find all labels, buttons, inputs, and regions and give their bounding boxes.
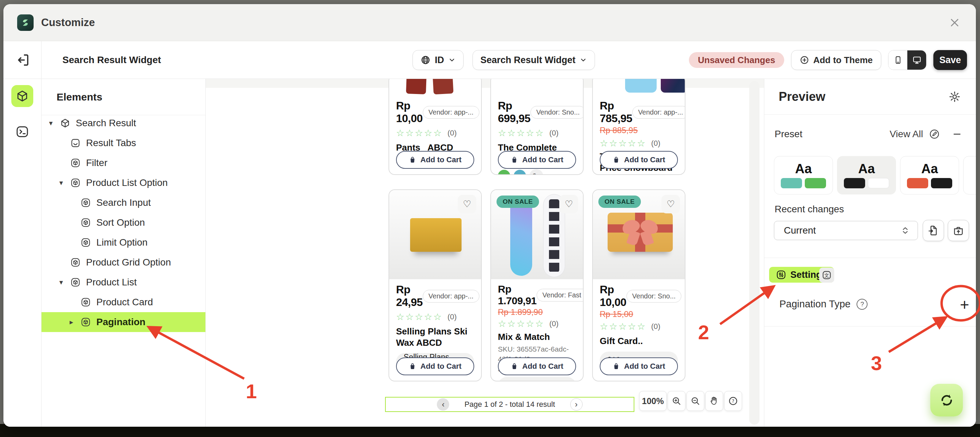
product-image <box>491 79 583 96</box>
tree-item-product-card[interactable]: Product Card <box>41 292 205 312</box>
preset-card[interactable]: Aa <box>774 156 833 195</box>
collapse-minus-icon[interactable] <box>952 129 962 139</box>
product-card[interactable]: ♡ Rp 24,95 Vendor: app-... ☆☆☆☆☆(0) Sell… <box>388 189 482 381</box>
tree-label: Product List Option <box>86 177 168 188</box>
help-icon[interactable]: ? <box>857 299 867 310</box>
vendor-badge: Vendor: Sno... <box>627 290 682 303</box>
canvas-help-button[interactable] <box>724 391 742 411</box>
tree-item-limit-option[interactable]: Limit Option <box>41 233 205 252</box>
zoom-out-button[interactable] <box>686 391 704 411</box>
swatch-blue[interactable] <box>514 170 526 175</box>
sync-refresh-button[interactable] <box>930 384 963 416</box>
bag-icon <box>511 362 518 370</box>
product-card[interactable]: ON SALE ♡ Rp 1.709,91 Vendor: Fast ... R… <box>490 189 584 381</box>
widget-header: Search Result Widget ID Search Result Wi… <box>3 41 976 79</box>
caret-down-icon[interactable]: ▾ <box>59 179 70 187</box>
import-changes-button[interactable] <box>923 220 944 241</box>
product-price: Rp 699,95 <box>498 99 530 125</box>
rail-tab-code[interactable] <box>11 121 33 143</box>
star-rating-icons: ☆☆☆☆☆ <box>600 321 646 332</box>
variant-select[interactable]: Medium <box>498 377 576 381</box>
add-to-cart-button[interactable]: Add to Cart <box>600 357 678 375</box>
tab-translations[interactable] <box>819 268 834 283</box>
caret-down-icon[interactable]: ▾ <box>49 119 60 127</box>
pagination-prev-button[interactable]: ‹ <box>437 398 449 411</box>
zoom-in-icon <box>671 396 682 406</box>
preset-card-selected[interactable]: Aa <box>837 156 896 195</box>
cube-icon <box>16 89 29 102</box>
caret-right-icon[interactable]: ▸ <box>70 318 81 326</box>
recent-changes-select[interactable]: Current <box>774 221 918 240</box>
swatch-more-badge[interactable]: 2+ <box>530 169 543 175</box>
add-to-cart-label: Add to Cart <box>420 155 461 164</box>
product-card[interactable]: Rp 785,95 Vendor: app-... Rp 885,95 ☆☆☆☆… <box>592 79 686 175</box>
sync-icon <box>939 392 955 408</box>
rating-count: (0) <box>447 313 457 321</box>
zoom-in-button[interactable] <box>668 391 686 411</box>
caret-down-icon[interactable]: ▾ <box>59 278 70 286</box>
tree-item-pagination[interactable]: ▸ Pagination <box>41 312 205 332</box>
preset-card[interactable]: Aa <box>900 156 959 195</box>
save-button[interactable]: Save <box>933 50 967 70</box>
product-card[interactable]: ON SALE ♡ Rp 10,00 Vendor: Sno... Rp 15,… <box>592 189 686 381</box>
tree-item-result-tabs[interactable]: Result Tabs <box>41 133 205 153</box>
tree-item-product-list[interactable]: ▾ Product List <box>41 272 205 292</box>
pan-button[interactable] <box>705 391 723 411</box>
tree-item-product-list-option[interactable]: ▾ Product List Option <box>41 173 205 193</box>
swatch-green[interactable] <box>498 170 510 175</box>
product-card[interactable]: Rp 699,95 Vendor: Sno... ☆☆☆☆☆(0) The Co… <box>490 79 584 175</box>
tree-item-filter[interactable]: Filter <box>41 153 205 173</box>
vendor-badge: Vendor: Sno... <box>530 106 584 119</box>
product-card[interactable]: Rp 10,00 Vendor: app-... ☆☆☆☆☆(0) Pants_… <box>388 79 482 175</box>
app-root: Customize Search Result Widget ID Search… <box>0 0 980 437</box>
gear-icon[interactable] <box>948 91 961 103</box>
canvas-zoom-toolbar: 100% <box>639 391 742 411</box>
pagination-element[interactable]: ‹ Page 1 of 2 - total 14 result › <box>385 397 634 412</box>
tree-item-sort-option[interactable]: Sort Option <box>41 213 205 233</box>
view-all-link[interactable]: View All <box>889 128 962 140</box>
add-to-theme-button[interactable]: Add to Theme <box>791 50 881 70</box>
add-to-cart-button[interactable]: Add to Cart <box>600 151 678 169</box>
exit-editor-icon[interactable] <box>16 53 31 68</box>
tree-item-search-input[interactable]: Search Input <box>41 193 205 213</box>
boxed-cube-icon <box>81 217 91 228</box>
tree-item-search-result[interactable]: ▾ Search Result <box>41 113 205 133</box>
variant-value: Medium <box>506 381 533 381</box>
panel-divider <box>764 258 976 258</box>
recent-changes-label: Recent changes <box>775 204 844 215</box>
add-to-cart-label: Add to Cart <box>522 155 563 164</box>
sliders-icon <box>776 270 786 280</box>
locale-dropdown[interactable]: ID <box>412 50 464 70</box>
star-rating-icons: ☆☆☆☆☆ <box>498 318 544 329</box>
desktop-preview-button[interactable] <box>907 50 926 70</box>
canvas-scrollbar[interactable] <box>749 81 759 425</box>
close-icon[interactable] <box>947 15 962 30</box>
wishlist-heart-button[interactable]: ♡ <box>458 195 476 213</box>
add-to-cart-label: Add to Cart <box>522 362 563 371</box>
boxed-cube-icon <box>70 277 81 287</box>
zoom-level-button[interactable]: 100% <box>639 391 667 411</box>
elements-heading: Elements <box>41 79 205 115</box>
add-to-cart-button[interactable]: Add to Cart <box>498 151 576 169</box>
chevron-down-icon <box>448 56 456 64</box>
compare-at-price: Rp 885,95 <box>600 126 678 135</box>
tree-item-product-grid-option[interactable]: Product Grid Option <box>41 252 205 272</box>
add-to-cart-button[interactable]: Add to Cart <box>498 357 576 375</box>
wishlist-heart-button[interactable]: ♡ <box>662 195 680 213</box>
add-pagination-type-button[interactable]: + <box>955 295 974 314</box>
add-to-cart-label: Add to Cart <box>624 155 665 164</box>
add-to-cart-button[interactable]: Add to Cart <box>396 151 474 169</box>
rail-tab-elements[interactable] <box>11 85 33 107</box>
mobile-preview-button[interactable] <box>888 50 907 70</box>
archive-upload-button[interactable] <box>948 220 969 241</box>
device-preview-toggle <box>888 50 926 70</box>
add-to-cart-button[interactable]: Add to Cart <box>396 357 474 375</box>
view-all-label: View All <box>889 129 923 140</box>
modal-titlebar: Customize <box>3 4 976 41</box>
preview-canvas: Rp 10,00 Vendor: app-... ☆☆☆☆☆(0) Pants_… <box>206 79 764 427</box>
widget-selector-dropdown[interactable]: Search Result Widget <box>473 50 595 70</box>
pagination-next-button[interactable]: › <box>570 398 582 411</box>
star-rating-icons: ☆☆☆☆☆ <box>396 311 443 322</box>
preset-card[interactable]: Aa <box>963 156 976 195</box>
wishlist-heart-button[interactable]: ♡ <box>560 195 578 213</box>
